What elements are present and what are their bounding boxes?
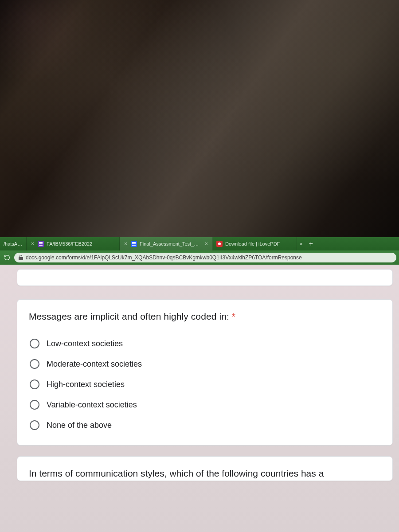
close-icon[interactable]: × xyxy=(123,241,128,247)
tab-whatsapp[interactable]: /hatsApp xyxy=(0,237,27,250)
tab-final-assessment[interactable]: × Final_Assessment_Test_Declaratio × xyxy=(120,237,213,250)
tab-label: FA/IBM536/FEB2022 xyxy=(47,241,116,246)
radio-icon xyxy=(30,339,39,348)
radio-icon xyxy=(30,400,39,410)
plus-icon: + xyxy=(309,240,313,248)
option-variable-context[interactable]: Variable-context societies xyxy=(29,395,381,415)
new-tab-button[interactable]: + xyxy=(305,237,317,250)
heart-icon xyxy=(216,241,223,247)
form-background: Messages are implicit and often highly c… xyxy=(0,265,399,532)
form-icon xyxy=(38,241,44,247)
option-none-above[interactable]: None of the above xyxy=(29,415,381,435)
url-field[interactable]: docs.google.com/forms/d/e/1FAlpQLScUk7m_… xyxy=(14,253,396,262)
option-label: Low-context societies xyxy=(47,339,123,348)
tab-fa-ibm536[interactable]: × FA/IBM536/FEB2022 xyxy=(27,237,120,250)
reload-button[interactable] xyxy=(3,253,12,262)
lock-icon xyxy=(19,255,23,260)
previous-card-fragment xyxy=(17,269,393,286)
option-label: Moderate-context societies xyxy=(47,360,142,369)
close-icon[interactable]: × xyxy=(204,241,209,247)
option-moderate-context[interactable]: Moderate-context societies xyxy=(29,354,381,374)
tab-label: /hatsApp xyxy=(4,241,23,246)
browser-tab-strip: /hatsApp × FA/IBM536/FEB2022 × Final_Ass… xyxy=(0,237,399,250)
background-photo xyxy=(0,0,399,237)
option-label: None of the above xyxy=(47,421,112,430)
option-label: High-context societies xyxy=(47,380,125,389)
tab-ilovepdf[interactable]: Download file | iLovePDF xyxy=(213,237,297,250)
option-low-context[interactable]: Low-context societies xyxy=(29,333,381,354)
question-card-1: Messages are implicit and often highly c… xyxy=(17,299,393,446)
radio-icon xyxy=(30,379,39,389)
close-icon[interactable]: × xyxy=(30,241,35,247)
tab-label: Final_Assessment_Test_Declaratio xyxy=(140,241,201,246)
question-text: Messages are implicit and often highly c… xyxy=(29,311,381,322)
close-icon[interactable]: × xyxy=(297,241,305,246)
reload-icon xyxy=(4,254,11,261)
option-label: Variable-context societies xyxy=(47,400,137,410)
question-text: In terms of communication styles, which … xyxy=(29,468,381,479)
required-indicator: * xyxy=(232,311,235,321)
browser-address-bar: docs.google.com/forms/d/e/1FAlpQLScUk7m_… xyxy=(0,250,399,265)
tab-label: Download file | iLovePDF xyxy=(225,241,293,246)
globe-icon xyxy=(131,241,137,247)
radio-icon xyxy=(30,420,39,430)
option-high-context[interactable]: High-context societies xyxy=(29,374,381,395)
radio-icon xyxy=(30,359,39,369)
url-text: docs.google.com/forms/d/e/1FAlpQLScUk7m_… xyxy=(26,254,302,261)
question-card-2: In terms of communication styles, which … xyxy=(17,456,393,481)
